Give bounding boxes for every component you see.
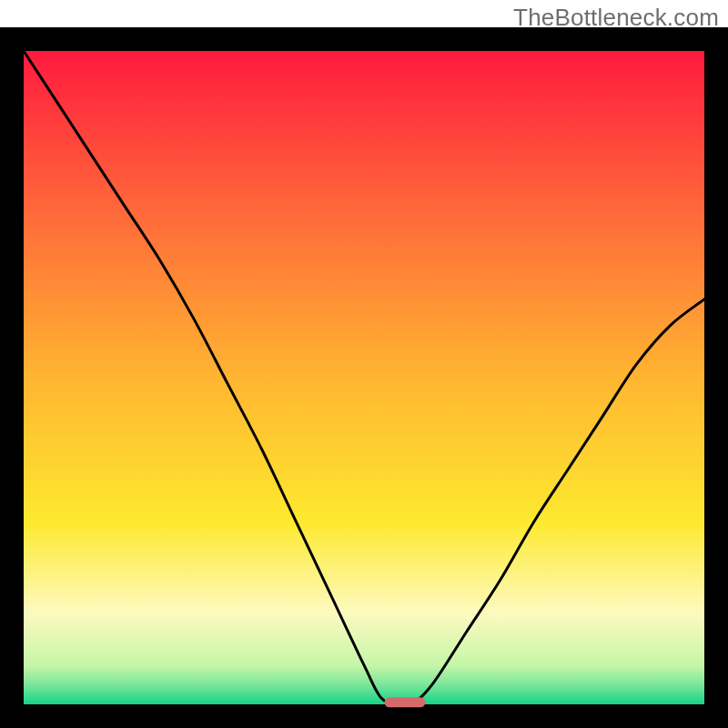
optimal-marker: [384, 697, 425, 707]
chart-frame: TheBottleneck.com: [0, 0, 728, 728]
watermark-text: TheBottleneck.com: [513, 4, 719, 32]
bottleneck-chart: [0, 0, 728, 728]
svg-rect-1: [24, 51, 704, 704]
